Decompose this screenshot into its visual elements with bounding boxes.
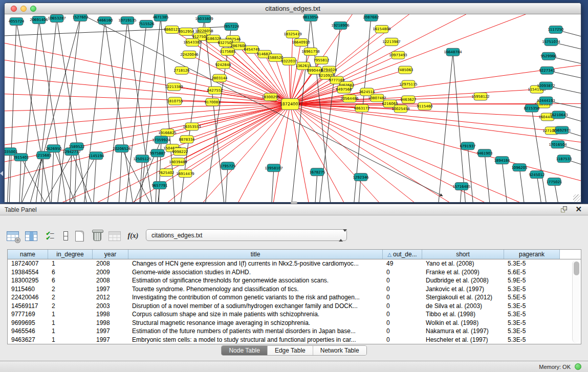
table-cell[interactable]: 1 — [48, 336, 93, 343]
table-row[interactable]: 946362711997Embryonic stem cells: a mode… — [8, 336, 581, 344]
citation-edge-black[interactable] — [19, 157, 21, 202]
graph-node[interactable]: 8912954 — [178, 28, 194, 35]
table-cell[interactable]: 0 — [383, 286, 422, 293]
tab-node-table[interactable]: Node Table — [222, 346, 267, 355]
table-cell[interactable]: 9465546 — [8, 327, 48, 335]
graph-node[interactable]: 16154808 — [373, 25, 391, 33]
graph-node[interactable]: 1589522 — [69, 143, 84, 150]
table-cell[interactable]: 0 — [383, 302, 422, 310]
citation-edge-black[interactable] — [519, 167, 526, 202]
tab-network-table[interactable]: Network Table — [313, 346, 366, 355]
table-cell[interactable]: 2 — [48, 302, 93, 310]
table-cell[interactable]: 1 — [48, 311, 93, 318]
table-cell[interactable]: 18724007 — [8, 260, 48, 267]
network-canvas[interactable]: 1872400788601238912954182260589127508165… — [5, 14, 581, 202]
graph-node[interactable]: 19166825 — [158, 129, 177, 137]
close-panel-icon[interactable]: ✕ — [575, 205, 582, 214]
graph-node[interactable]: 9242848 — [215, 61, 231, 69]
graph-node[interactable]: 4055724 — [8, 17, 25, 25]
citation-edge-red[interactable] — [290, 104, 475, 202]
show-columns-icon[interactable] — [24, 228, 39, 244]
graph-node[interactable]: 12213987 — [382, 38, 401, 46]
table-cell[interactable]: Estimation of the future numbers of pati… — [128, 327, 383, 335]
citation-edge-black[interactable] — [468, 146, 474, 202]
table-cell[interactable]: 49 — [383, 260, 422, 267]
graph-node[interactable]: 3915401 — [13, 154, 29, 161]
column-header-pagerank[interactable]: pagerank — [504, 250, 560, 259]
column-header-short[interactable]: short — [422, 250, 504, 259]
graph-node[interactable]: 16353553 — [183, 123, 201, 130]
citation-edge-black[interactable] — [225, 166, 228, 202]
table-cell[interactable]: 2012 — [93, 294, 128, 301]
table-cell[interactable]: 2 — [48, 286, 93, 293]
table-cell[interactable]: 2008 — [93, 260, 128, 267]
graph-node[interactable]: 19218906 — [331, 21, 350, 29]
graph-node[interactable]: 15958122 — [471, 93, 490, 100]
graph-node[interactable]: 8813054 — [302, 14, 319, 21]
panel-collapse-arrow-icon[interactable] — [0, 171, 3, 176]
citation-edge-black[interactable] — [15, 155, 43, 202]
graph-node[interactable]: 15692971 — [553, 126, 571, 134]
graph-node[interactable]: 1894184 — [494, 157, 510, 164]
graph-node[interactable]: 16543382 — [183, 38, 202, 46]
window-titlebar[interactable]: citations_edges.txt — [5, 3, 581, 14]
graph-node[interactable]: 1810755 — [167, 97, 183, 105]
table-cell[interactable]: Yano et al. (2008) — [422, 260, 504, 267]
citation-edge-black[interactable] — [485, 153, 491, 202]
table-cell[interactable]: 5.9E-5 — [504, 277, 560, 284]
table-row[interactable]: 946554611997Estimation of the future num… — [8, 327, 581, 336]
table-cell[interactable]: 5.3E-5 — [504, 260, 560, 267]
table-cell[interactable]: 0 — [383, 269, 422, 276]
graph-node[interactable]: 7485063 — [397, 66, 413, 74]
scrollbar-thumb[interactable] — [574, 261, 579, 275]
graph-node[interactable]: 9529966 — [540, 52, 556, 60]
table-cell[interactable]: 6 — [48, 269, 93, 276]
graph-node[interactable]: 1096205 — [511, 164, 527, 171]
table-cell[interactable]: 2003 — [93, 302, 128, 310]
citation-edge-black[interactable] — [7, 151, 10, 202]
citation-edge-black[interactable] — [105, 20, 135, 202]
graph-node[interactable]: 2087682 — [363, 14, 379, 21]
graph-node[interactable]: 20206526 — [113, 145, 131, 152]
graph-node[interactable]: 12505125 — [133, 155, 151, 163]
citation-edge-black[interactable] — [271, 168, 274, 202]
graph-node[interactable]: 7515526 — [138, 20, 154, 28]
table-cell[interactable]: 1997 — [93, 336, 128, 343]
table-cell[interactable]: Stergiakouli et al. (2012) — [422, 294, 504, 301]
table-cell[interactable]: 1998 — [93, 319, 128, 326]
table-cell[interactable]: 5.3E-5 — [504, 327, 560, 335]
graph-node[interactable]: 16210643 — [550, 111, 568, 119]
table-cell[interactable]: 5.3E-5 — [504, 286, 560, 293]
table-cell[interactable]: 18300295 — [8, 277, 48, 284]
column-header-in_degree[interactable]: in_degree — [48, 250, 93, 259]
table-cell[interactable]: Genome-wide association studies in ADHD. — [128, 269, 383, 276]
table-cell[interactable]: Changes of HCN gene expression and I(f) … — [128, 260, 383, 267]
table-cell[interactable]: 2008 — [93, 277, 128, 284]
column-header-name[interactable]: name — [8, 250, 48, 259]
float-panel-icon[interactable] — [561, 206, 569, 213]
graph-node[interactable]: 6791937 — [460, 142, 475, 150]
graph-node[interactable]: 9227343 — [539, 67, 555, 74]
graph-node[interactable]: 20691406 — [30, 16, 48, 24]
table-cell[interactable]: 5.3E-5 — [504, 336, 560, 343]
table-cell[interactable]: Embryonic stem cells: a model to study s… — [128, 336, 383, 343]
table-cell[interactable]: Franke et al. (2009) — [422, 269, 504, 276]
column-header-year[interactable]: year — [93, 250, 128, 259]
graph-node[interactable]: 15751074 — [542, 38, 560, 46]
graph-node[interactable]: 9245012 — [529, 171, 545, 179]
graph-node[interactable]: 16640910 — [292, 38, 310, 46]
window-resize-grip[interactable] — [573, 194, 580, 202]
citation-edge-black[interactable] — [82, 20, 105, 202]
graph-node[interactable]: 9170081 — [204, 98, 220, 106]
citation-edge-red[interactable] — [107, 104, 290, 202]
citation-edge-black[interactable] — [124, 24, 146, 202]
citation-edge-red[interactable] — [5, 104, 290, 129]
graph-node[interactable]: 2626950 — [46, 145, 61, 152]
table-cell[interactable]: 1 — [48, 327, 93, 335]
graph-node[interactable]: 3175685 — [220, 48, 235, 55]
citation-edge-red[interactable] — [230, 104, 290, 202]
citation-edge-black[interactable] — [139, 17, 161, 202]
citation-edge-black[interactable] — [16, 21, 53, 202]
table-cell[interactable]: de Silva et al. (2003) — [422, 302, 504, 310]
table-row[interactable]: 1938455462009Genome-wide association stu… — [8, 268, 581, 277]
